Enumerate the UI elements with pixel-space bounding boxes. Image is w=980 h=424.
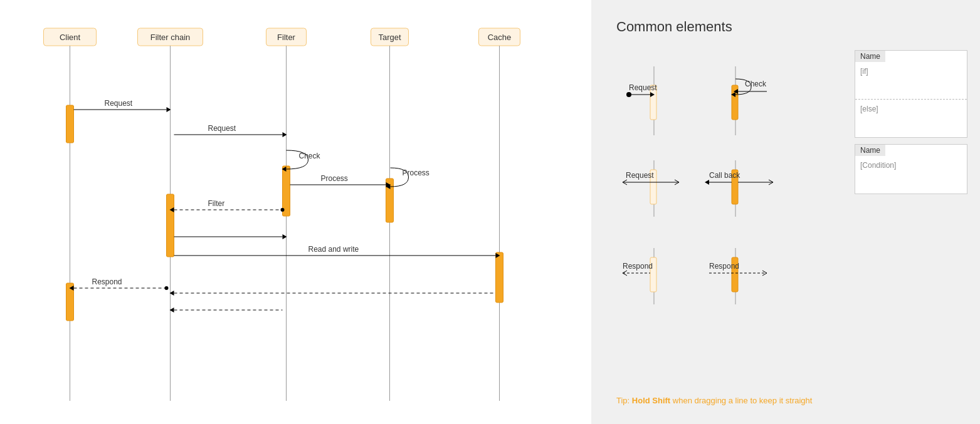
lifeline-client-label: Client [60,33,81,42]
svg-line-76 [762,271,767,273]
tip-prefix: Tip: [616,396,632,405]
tip-suffix: when dragging a line to keep it straight [670,396,812,405]
svg-point-40 [626,92,631,97]
sequence-diagram: Client Filter chain Filter Target Cache [0,0,591,424]
msg-process: Process [321,174,348,183]
loop-body: [Condition] [855,156,967,194]
svg-line-77 [762,273,767,276]
tip-text: Tip: Hold Shift when dragging a line to … [616,396,812,405]
svg-rect-15 [496,252,503,302]
loop-condition-label: [Condition] [860,161,896,170]
lifeline-cache-label: Cache [488,33,512,42]
msg-respond-1: Respond [92,277,122,286]
alt-else-label: [else] [860,105,878,113]
svg-line-71 [623,273,627,276]
svg-marker-62 [705,180,709,185]
svg-text:Call back: Call back [709,171,740,180]
alt-header: Name [855,51,885,62]
lifeline-filter-label: Filter [277,33,296,42]
alt-if-label: [if] [860,67,868,76]
alt-if-body: [if] [855,62,967,100]
svg-line-65 [769,182,773,185]
msg-filter: Filter [208,199,225,208]
msg-check: Check [299,152,321,160]
panel-alt-loop: Name [if] [else] Name [Condition] [855,50,967,194]
loop-header: Name [855,145,885,156]
svg-text:Check: Check [745,80,767,88]
svg-line-64 [769,180,773,182]
msg-request-2: Request [208,124,236,133]
svg-point-25 [281,208,285,212]
msg-readwrite: Read and write [308,245,359,254]
tip-bold: Hold Shift [632,396,670,405]
alt-else-body: [else] [855,100,967,137]
svg-point-33 [165,286,169,290]
loop-box: Name [Condition] [855,144,967,194]
panel-title: Common elements [616,19,967,35]
svg-line-56 [675,180,679,182]
svg-rect-10 [66,105,74,143]
svg-line-57 [675,182,679,185]
svg-text:Respond: Respond [709,262,739,271]
alt-box: Name [if] [else] [855,50,967,138]
svg-text:Respond: Respond [623,262,653,271]
svg-text:Request: Request [626,171,654,180]
svg-line-70 [623,271,627,273]
lifeline-target-label: Target [378,33,401,42]
msg-process-self: Process [403,168,429,177]
common-elements-panel: Common elements Request Check [591,0,980,424]
svg-rect-12 [167,194,174,257]
lifeline-filterchain-label: Filter chain [150,33,191,42]
msg-request-1: Request [105,99,133,108]
svg-line-53 [623,180,627,182]
svg-text:Request: Request [629,83,657,92]
svg-line-54 [623,182,627,185]
